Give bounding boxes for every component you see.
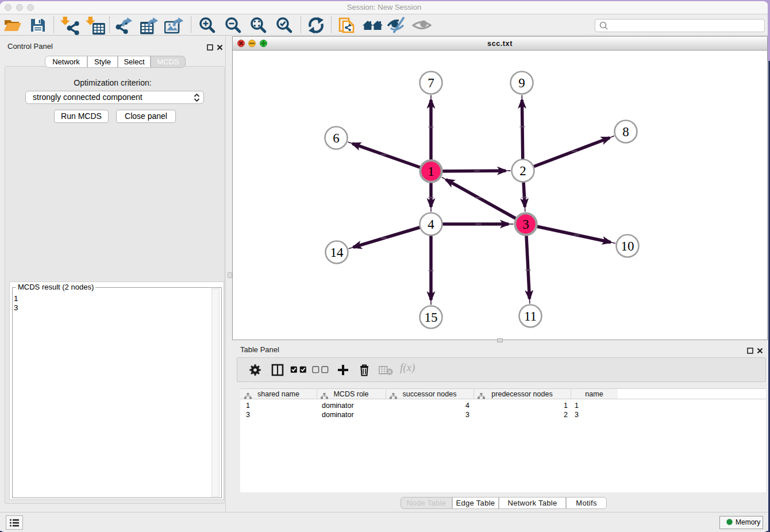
svg-text:15: 15	[425, 310, 438, 325]
svg-text:14: 14	[330, 245, 344, 260]
svg-text:10: 10	[621, 239, 634, 253]
svg-text:2: 2	[519, 164, 526, 178]
svg-text:3: 3	[522, 217, 529, 232]
svg-text:9: 9	[518, 76, 525, 90]
svg-text:11: 11	[524, 309, 537, 323]
svg-text:6: 6	[333, 131, 340, 145]
svg-text:7: 7	[428, 76, 434, 90]
svg-text:4: 4	[428, 217, 434, 232]
svg-text:8: 8	[622, 125, 629, 139]
svg-text:1: 1	[428, 164, 434, 179]
